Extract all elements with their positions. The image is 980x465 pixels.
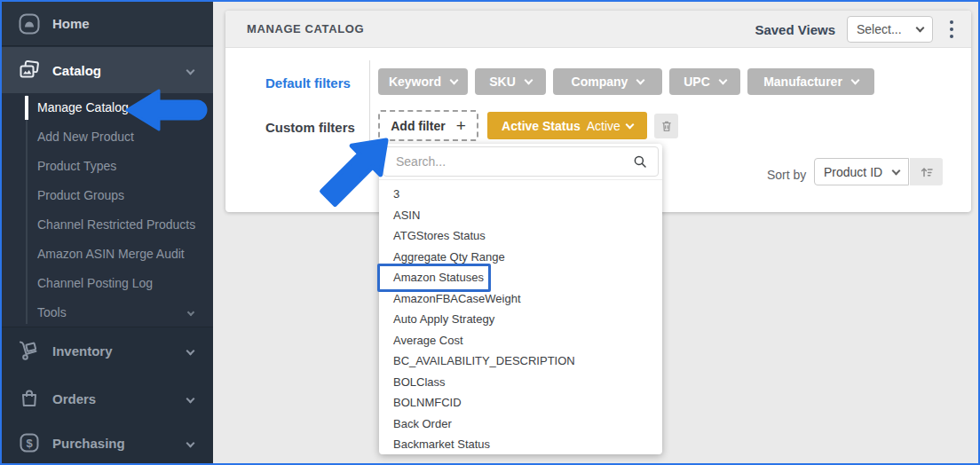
- sidebar-item-purchasing[interactable]: $ Purchasing: [2, 422, 213, 463]
- list-item[interactable]: ATGStores Status: [379, 225, 662, 247]
- chevron-down-icon: [450, 76, 459, 85]
- list-item[interactable]: 3: [379, 184, 662, 205]
- header-controls: Saved Views Select...: [755, 11, 959, 48]
- chevron-down-icon: [524, 76, 533, 85]
- sidebar-item-label: Amazon ASIN Merge Audit: [37, 247, 185, 261]
- add-filter-label: Add filter: [391, 119, 445, 133]
- main-area: MANAGE CATALOG Saved Views Select... Def…: [213, 2, 978, 463]
- catalog-submenu: Manage Catalog Add New Product Product T…: [2, 93, 213, 327]
- sidebar-item-label: Product Groups: [37, 188, 124, 202]
- sort-direction-button[interactable]: [910, 158, 943, 185]
- list-item[interactable]: BC_AVAILABILITY_DESCRIPTION: [379, 351, 662, 372]
- list-item-amazon-statuses[interactable]: Amazon Statuses: [379, 267, 662, 288]
- sidebar-item-product-groups[interactable]: Product Groups: [2, 181, 213, 210]
- list-item[interactable]: Backmarket Status: [379, 434, 662, 455]
- sidebar-item-home[interactable]: Home: [2, 2, 213, 46]
- filter-chip-upc[interactable]: UPC: [669, 68, 740, 95]
- filter-value: Active: [587, 119, 620, 133]
- active-item-bar: [25, 96, 28, 120]
- sidebar-item-label: Channel Posting Log: [37, 276, 153, 290]
- remove-filter-button[interactable]: [654, 114, 678, 138]
- sidebar-item-label: Channel Restricted Products: [37, 217, 195, 232]
- chevron-down-icon: [636, 76, 645, 85]
- sidebar-item-orders[interactable]: Orders: [2, 374, 213, 422]
- filter-search-input[interactable]: [394, 154, 632, 169]
- chevron-down-icon: [892, 166, 901, 175]
- handtruck-icon: [17, 338, 42, 363]
- plus-icon: +: [456, 117, 466, 134]
- kebab-menu-button[interactable]: [944, 17, 959, 42]
- list-item[interactable]: BOLNMFCID: [379, 392, 662, 414]
- sidebar-item-product-types[interactable]: Product Types: [2, 152, 213, 181]
- saved-views-value: Select...: [857, 22, 902, 36]
- filter-chip-keyword[interactable]: Keyword: [378, 68, 468, 95]
- chevron-down-icon: [625, 120, 634, 129]
- saved-views-select[interactable]: Select...: [847, 16, 933, 43]
- sidebar-item-tools[interactable]: Tools: [2, 298, 213, 327]
- home-icon: [17, 12, 42, 36]
- panel-header: MANAGE CATALOG Saved Views Select...: [225, 11, 971, 48]
- filter-options-list: 3 ASIN ATGStores Status Aggregate Qty Ra…: [379, 184, 662, 455]
- sort-by-label: Sort by: [767, 168, 806, 182]
- sidebar-item-label: Catalog: [52, 63, 101, 78]
- sidebar-item-label: Home: [52, 16, 90, 31]
- list-item[interactable]: Aggregate Qty Range: [379, 247, 662, 268]
- sidebar-item-catalog[interactable]: Catalog: [2, 47, 213, 93]
- chip-label: SKU: [489, 75, 516, 89]
- default-filter-chips: Keyword SKU Company UPC Manufacturer: [378, 68, 874, 95]
- chip-label: Manufacturer: [763, 75, 842, 89]
- sidebar-item-amazon-asin-merge-audit[interactable]: Amazon ASIN Merge Audit: [2, 240, 213, 269]
- filter-chip-manufacturer[interactable]: Manufacturer: [747, 68, 874, 95]
- sort-field-value: Product ID: [824, 165, 882, 179]
- sidebar-item-label: Tools: [37, 305, 67, 319]
- sidebar-item-inventory[interactable]: Inventory: [2, 327, 213, 374]
- sidebar-item-channel-restricted-products[interactable]: Channel Restricted Products: [2, 210, 213, 240]
- sidebar-item-channel-posting-log[interactable]: Channel Posting Log: [2, 269, 213, 298]
- list-item[interactable]: Average Cost: [379, 330, 662, 351]
- svg-text:$: $: [26, 437, 33, 450]
- list-item[interactable]: Auto Apply Strategy: [379, 309, 662, 330]
- chip-label: Keyword: [389, 75, 441, 89]
- search-icon: [632, 154, 648, 169]
- trash-icon: [660, 119, 674, 133]
- filter-search-box: [383, 146, 659, 177]
- chip-label: UPC: [684, 75, 710, 89]
- add-filter-button[interactable]: Add filter +: [378, 110, 478, 141]
- sort-ascending-icon: [919, 164, 935, 180]
- list-item[interactable]: Back Order: [379, 414, 662, 435]
- sidebar-item-manage-catalog[interactable]: Manage Catalog: [2, 93, 213, 122]
- chevron-down-icon: [186, 438, 195, 447]
- list-item[interactable]: AmazonFBACaseWeight: [379, 288, 662, 310]
- sidebar-item-label: Inventory: [52, 343, 113, 359]
- list-item[interactable]: BOLClass: [379, 372, 662, 393]
- list-item[interactable]: ASIN: [379, 205, 662, 226]
- sidebar: Home Catalog Manage Catalog Add New Prod…: [2, 2, 213, 463]
- add-filter-dropdown: 3 ASIN ATGStores Status Aggregate Qty Ra…: [379, 144, 662, 454]
- dollar-icon: $: [17, 430, 42, 455]
- sidebar-item-label: Product Types: [37, 159, 116, 173]
- page-title: MANAGE CATALOG: [247, 22, 364, 35]
- sidebar-item-label: Manage Catalog: [37, 100, 129, 114]
- custom-filters-label: Custom filters: [265, 120, 355, 135]
- sort-field-select[interactable]: Product ID: [814, 158, 909, 185]
- app-window: Home Catalog Manage Catalog Add New Prod…: [0, 0, 980, 465]
- saved-views-label: Saved Views: [755, 22, 835, 37]
- chevron-down-icon: [187, 309, 194, 316]
- catalog-icon: [17, 58, 42, 83]
- filter-chip-sku[interactable]: SKU: [475, 68, 546, 95]
- active-status-filter-chip[interactable]: Active Status Active: [487, 112, 647, 139]
- chevron-down-icon: [916, 24, 925, 33]
- dropdown-divider: [379, 179, 662, 180]
- sidebar-item-add-new-product[interactable]: Add New Product: [2, 122, 213, 152]
- chevron-down-icon: [186, 394, 195, 403]
- filters-divider: [369, 60, 370, 149]
- chevron-down-icon: [186, 66, 195, 75]
- shopping-bag-icon: [17, 386, 42, 411]
- chevron-down-icon: [850, 76, 859, 85]
- sidebar-item-label: Orders: [52, 391, 96, 406]
- chevron-down-icon: [186, 346, 195, 355]
- chevron-down-icon: [718, 76, 727, 85]
- sidebar-item-label: Add New Product: [37, 130, 134, 144]
- filter-name: Active Status: [502, 119, 581, 133]
- filter-chip-company[interactable]: Company: [553, 68, 662, 95]
